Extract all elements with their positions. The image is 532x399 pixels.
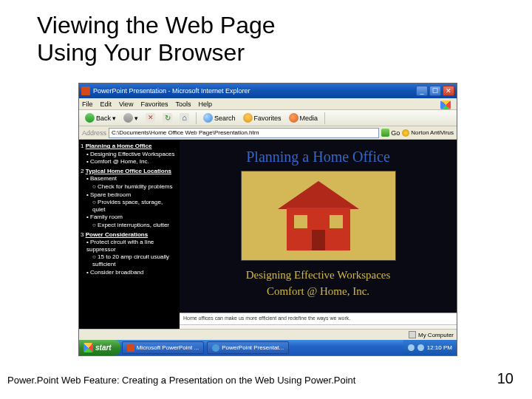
go-button[interactable]: Go xyxy=(381,129,400,137)
go-icon xyxy=(381,129,389,137)
tray-icon[interactable] xyxy=(408,344,415,351)
page-number: 10 xyxy=(497,370,514,387)
norton-label: Norton AntiVirus xyxy=(411,129,454,136)
media-button[interactable]: Media xyxy=(286,112,321,123)
powerpoint-icon xyxy=(127,344,134,352)
address-input[interactable]: C:\Documents\Home Office Web Page\Presen… xyxy=(109,128,379,138)
windows-flag-icon xyxy=(436,100,455,110)
home-button[interactable] xyxy=(177,112,192,123)
forward-button[interactable]: ▾ xyxy=(120,112,141,123)
maximize-button[interactable]: ☐ xyxy=(429,86,441,96)
outline-sub: • Consider broadband xyxy=(81,269,177,276)
slide-title: Viewing the Web Page Using Your Browser xyxy=(37,12,276,66)
browser-window: PowerPoint Presentation - Microsoft Inte… xyxy=(78,83,457,356)
toolbar: Back ▾ ▾ Search Favorites Media xyxy=(79,110,457,126)
separator xyxy=(196,112,197,124)
separator xyxy=(324,112,325,124)
norton-icon xyxy=(402,129,409,137)
taskbar: start Microsoft PowerPoint ... PowerPoin… xyxy=(79,340,457,355)
slide-view: Planning a Home Office Designing Effecti… xyxy=(180,140,457,341)
task-label: Microsoft PowerPoint ... xyxy=(137,344,199,351)
outline-title[interactable]: Planning a Home Office xyxy=(86,143,152,149)
close-button[interactable]: ✕ xyxy=(443,86,454,96)
slide-footer: Power.Point Web Feature: Creating a Pres… xyxy=(7,375,355,386)
start-button[interactable]: start xyxy=(79,340,120,355)
house-icon xyxy=(274,181,363,251)
outline-sub: • Comfort @ Home, Inc. xyxy=(81,158,177,166)
outline-sub: • Basement xyxy=(81,175,177,183)
address-bar: Address C:\Documents\Home Office Web Pag… xyxy=(79,126,457,140)
stop-icon xyxy=(146,113,155,123)
menu-view[interactable]: View xyxy=(119,100,133,108)
ie-icon xyxy=(212,344,219,352)
slide-subtitle-2: Comfort @ Home, Inc. xyxy=(180,285,457,298)
menu-edit[interactable]: Edit xyxy=(100,100,112,108)
menu-favorites[interactable]: Favorites xyxy=(140,100,168,108)
slide-heading: Planning a Home Office xyxy=(180,149,457,166)
outline-title[interactable]: Typical Home Office Locations xyxy=(86,168,171,174)
title-line-1: Viewing the Web Page xyxy=(37,12,276,38)
app-icon xyxy=(81,86,90,95)
address-value: C:\Documents\Home Office Web Page\Presen… xyxy=(112,129,259,136)
menu-bar: File Edit View Favorites Tools Help xyxy=(79,98,457,110)
menu-file[interactable]: File xyxy=(82,100,93,108)
search-label: Search xyxy=(214,115,236,122)
slide-image xyxy=(241,171,396,261)
back-label: Back xyxy=(96,115,111,122)
refresh-button[interactable] xyxy=(160,112,175,123)
outline-sub2: ○ Expect interruptions, clutter xyxy=(81,222,177,229)
content-area: 1 Planning a Home Office • Designing Eff… xyxy=(79,140,457,341)
outline-num: 1 xyxy=(81,143,83,149)
window-titlebar[interactable]: PowerPoint Presentation - Microsoft Inte… xyxy=(79,83,457,98)
stop-button[interactable] xyxy=(143,112,158,123)
outline-title[interactable]: Power Considerations xyxy=(86,231,148,238)
norton-button[interactable]: Norton AntiVirus xyxy=(402,129,454,137)
outline-num: 2 xyxy=(81,168,83,174)
clock: 12:10 PM xyxy=(427,344,452,351)
outline-pane[interactable]: 1 Planning a Home Office • Designing Eff… xyxy=(79,140,180,341)
favorites-label: Favorites xyxy=(254,115,282,122)
menu-tools[interactable]: Tools xyxy=(175,100,191,108)
outline-sub: • Spare bedroom xyxy=(81,191,177,199)
outline-sub: • Protect circuit with a line suppressor xyxy=(81,239,177,253)
zone-indicator: My Computer xyxy=(409,331,454,338)
slide-subtitle-1: Designing Effective Workspaces xyxy=(180,269,457,282)
media-icon xyxy=(289,113,299,123)
outline-sub: • Family room xyxy=(81,214,177,221)
outline-sub2: ○ 15 to 20 amp circuit usually sufficien… xyxy=(81,253,177,267)
search-button[interactable]: Search xyxy=(200,112,239,123)
outline-num: 3 xyxy=(81,231,83,238)
search-icon xyxy=(203,113,213,123)
menu-help[interactable]: Help xyxy=(198,100,212,108)
media-label: Media xyxy=(300,115,318,122)
back-button[interactable]: Back ▾ xyxy=(82,112,119,123)
go-label: Go xyxy=(391,129,400,137)
home-icon xyxy=(180,113,189,123)
notes-text: Home offices can make us more efficient … xyxy=(180,313,457,324)
refresh-icon xyxy=(163,113,172,123)
minimize-button[interactable]: _ xyxy=(416,86,428,96)
favorites-button[interactable]: Favorites xyxy=(240,112,284,123)
title-line-2: Using Your Browser xyxy=(37,39,245,66)
back-icon xyxy=(85,113,95,123)
star-icon xyxy=(243,113,253,123)
zone-label: My Computer xyxy=(418,332,454,338)
task-label: PowerPoint Presentat... xyxy=(222,344,284,351)
outline-sub: • Designing Effective Workspaces xyxy=(81,151,177,158)
taskbar-item-ie[interactable]: PowerPoint Presentat... xyxy=(207,341,289,354)
computer-icon xyxy=(409,331,416,338)
outline-sub2: ○ Provides space, storage, quiet xyxy=(81,199,177,213)
status-bar: My Computer xyxy=(79,329,457,340)
window-title: PowerPoint Presentation - Microsoft Inte… xyxy=(93,87,416,95)
tray-icon[interactable] xyxy=(417,344,424,351)
outline-sub2: ○ Check for humidity problems xyxy=(81,183,177,191)
taskbar-item-powerpoint[interactable]: Microsoft PowerPoint ... xyxy=(122,341,204,354)
forward-icon xyxy=(123,113,133,123)
system-tray[interactable]: 12:10 PM xyxy=(403,340,457,355)
address-label: Address xyxy=(82,129,106,137)
start-label: start xyxy=(95,344,112,352)
